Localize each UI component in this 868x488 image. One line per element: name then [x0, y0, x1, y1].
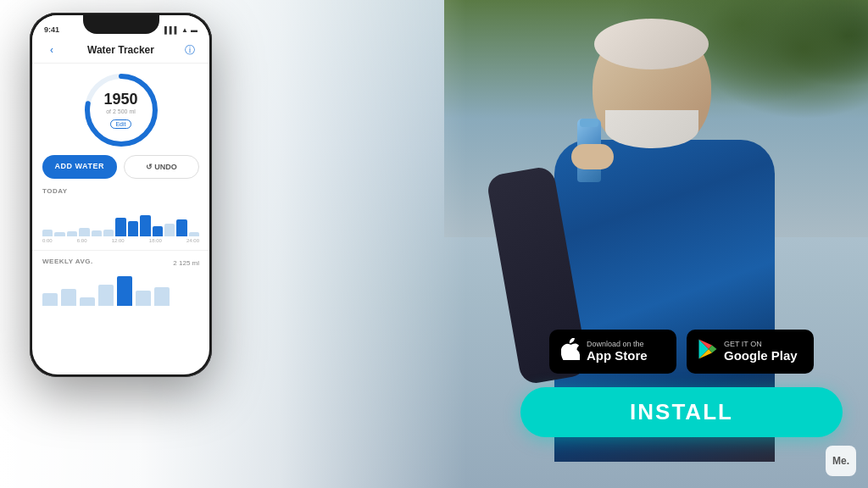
water-progress-section: 1950 of 2 500 ml Edit	[32, 64, 209, 155]
back-arrow-icon[interactable]: ‹	[44, 42, 59, 58]
undo-icon: ↺	[146, 163, 155, 171]
battery-icon: ▬	[191, 26, 198, 34]
signal-icon: ▌▌▌	[164, 26, 179, 34]
x-label-24: 24:00	[186, 238, 199, 243]
water-progress-circle: 1950 of 2 500 ml Edit	[83, 72, 159, 148]
person-hand	[571, 144, 614, 169]
weekly-bar-3	[98, 285, 114, 306]
info-icon[interactable]: ⓘ	[182, 42, 198, 58]
chart-bars-container	[42, 198, 199, 236]
cta-section: Download on the App Store GET IT ON Go	[520, 330, 843, 437]
weekly-bar-4	[117, 276, 132, 306]
chart-bar-10	[164, 224, 175, 236]
bottle-cap	[580, 119, 598, 127]
add-water-button[interactable]: ADD WATER	[42, 155, 117, 179]
phone-screen: 9:41 ▌▌▌ ▲ ▬ ‹ Water Tracker ⓘ	[32, 15, 209, 374]
weekly-bar-1	[61, 289, 76, 306]
undo-label: UNDO	[154, 163, 177, 171]
chart-bar-5	[103, 230, 114, 236]
chart-bar-0	[42, 230, 53, 236]
phone-notch	[83, 15, 159, 34]
x-label-18: 18:00	[149, 238, 162, 243]
apple-icon	[561, 338, 580, 365]
weekly-bar-0	[42, 293, 58, 306]
store-buttons-row: Download on the App Store GET IT ON Go	[549, 330, 814, 374]
google-play-icon	[698, 339, 717, 364]
me-badge: Me.	[826, 446, 856, 476]
google-play-big-text: Google Play	[724, 348, 798, 363]
google-play-text: GET IT ON Google Play	[724, 340, 798, 364]
phone-outer-shell: 9:41 ▌▌▌ ▲ ▬ ‹ Water Tracker ⓘ	[30, 13, 212, 377]
x-label-0: 0:00	[42, 238, 53, 243]
status-time: 9:41	[44, 25, 59, 34]
install-button[interactable]: INSTALL	[520, 387, 843, 437]
water-of-label: of 2 500 ml	[103, 108, 137, 114]
app-store-small-text: Download on the	[587, 340, 648, 349]
weekly-bar-group-1	[61, 289, 76, 306]
person-beard	[605, 110, 698, 148]
chart-bar-9	[153, 226, 163, 236]
edit-button[interactable]: Edit	[110, 119, 131, 129]
person-hair	[594, 19, 709, 69]
status-icons: ▌▌▌ ▲ ▬	[164, 26, 198, 34]
weekly-bar-group-4	[117, 276, 132, 306]
chart-bar-2	[67, 231, 77, 236]
today-section: TODAY 0:00 6:00 12:00 18:00 24:00	[32, 187, 209, 245]
chart-x-labels: 0:00 6:00 12:00 18:00 24:00	[42, 238, 199, 243]
scene: 9:41 ▌▌▌ ▲ ▬ ‹ Water Tracker ⓘ	[0, 0, 868, 488]
x-label-12: 12:00	[112, 238, 125, 243]
water-value: 1950	[103, 92, 137, 107]
google-play-button[interactable]: GET IT ON Google Play	[687, 330, 814, 374]
app-header: ‹ Water Tracker ⓘ	[32, 39, 209, 64]
weekly-bar-group-0	[42, 293, 58, 306]
weekly-bar-group-3	[98, 285, 114, 306]
x-label-6: 6:00	[77, 238, 87, 243]
chart-bar-6	[115, 218, 125, 236]
chart-bar-4	[92, 230, 102, 236]
app-store-button[interactable]: Download on the App Store	[549, 330, 676, 374]
undo-button[interactable]: ↺ UNDO	[124, 155, 200, 179]
chart-bar-7	[128, 221, 138, 236]
weekly-avg-value: 2 125 ml	[173, 259, 199, 267]
chart-bar-12	[189, 232, 199, 236]
weekly-bar-6	[154, 287, 170, 306]
wifi-icon: ▲	[181, 26, 188, 34]
google-play-small-text: GET IT ON	[724, 340, 798, 349]
weekly-bar-2	[80, 297, 95, 306]
weekly-bars-container	[42, 272, 199, 306]
today-label: TODAY	[42, 187, 199, 195]
weekly-bar-group-5	[136, 291, 151, 306]
chart-bar-3	[79, 228, 89, 236]
app-store-big-text: App Store	[587, 348, 648, 363]
weekly-bar-group-6	[154, 287, 170, 306]
action-buttons-row: ADD WATER ↺ UNDO	[32, 155, 209, 187]
weekly-section: WEEKLY AVG. 2 125 ml	[32, 250, 209, 306]
app-store-text: Download on the App Store	[587, 340, 648, 364]
weekly-avg-label: WEEKLY AVG.	[42, 258, 93, 265]
weekly-header: WEEKLY AVG. 2 125 ml	[42, 258, 199, 269]
chart-bar-11	[176, 219, 186, 236]
water-amount-text: 1950 of 2 500 ml Edit	[103, 92, 137, 130]
today-chart: 0:00 6:00 12:00 18:00 24:00	[42, 198, 199, 245]
phone-mockup: 9:41 ▌▌▌ ▲ ▬ ‹ Water Tracker ⓘ	[30, 13, 212, 377]
app-title: Water Tracker	[87, 44, 154, 56]
chart-bar-1	[54, 232, 64, 236]
weekly-bar-group-2	[80, 297, 95, 306]
weekly-bar-5	[136, 291, 151, 306]
chart-bar-8	[140, 215, 150, 236]
